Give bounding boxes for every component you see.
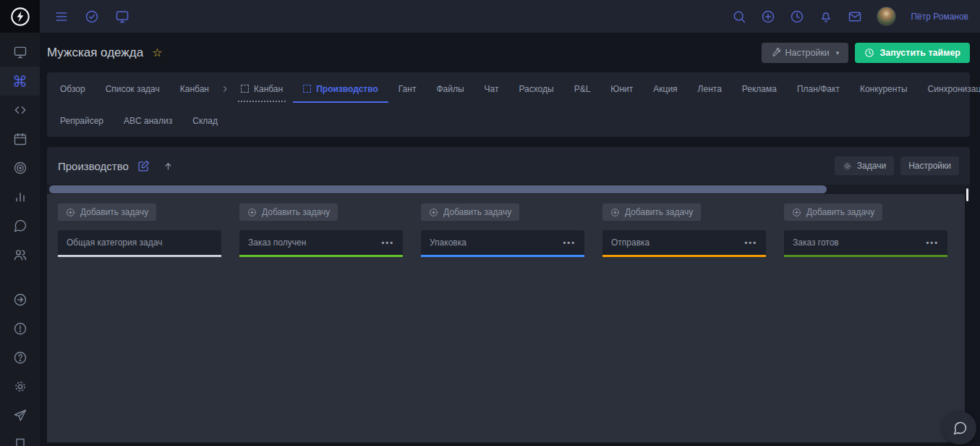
help-circle-icon [13,350,27,365]
board-settings-button[interactable]: Настройки [900,156,959,175]
tab-abc-анализ[interactable]: ABC анализ [114,105,182,137]
tab-label: Канбан [180,84,209,94]
project-settings-button[interactable]: Настройки ▾ [762,43,849,63]
column-name: Заказ получен [248,237,306,248]
plus-circle-icon [247,208,257,217]
tab-гант[interactable]: Гант [388,72,427,105]
tab-label: P&L [574,84,591,94]
tab-label: ABC анализ [124,116,172,126]
app-logo[interactable] [0,0,40,33]
tab-канбан[interactable]: Канбан [170,72,219,105]
tab-файлы[interactable]: Файлы [426,72,474,105]
section-title: Производство [58,160,129,172]
dashed-square-icon [241,85,249,93]
tab-план-факт[interactable]: План/Факт [787,72,850,105]
vertical-scrollbar-thumb[interactable] [966,188,968,201]
search-icon[interactable] [732,9,746,24]
tab-обзор[interactable]: Обзор [50,72,95,105]
tab-label: Файлы [436,84,464,94]
tab-акция[interactable]: Акция [643,72,687,105]
tab-склад[interactable]: Склад [182,105,228,137]
tab-label: Список задач [106,84,160,94]
sidebar-item-send[interactable] [0,401,40,430]
tab-чат[interactable]: Чат [474,72,509,105]
horizontal-scrollbar-thumb[interactable] [49,185,827,193]
check-circle-icon[interactable] [85,9,99,24]
column-menu-icon[interactable]: ••• [926,239,939,247]
column-menu-icon[interactable]: ••• [744,239,757,247]
add-task-button[interactable]: Добавить задачу [58,203,156,221]
tab-label: Гант [399,84,417,94]
sidebar-item-code[interactable] [0,96,40,125]
tab-label: Расходы [519,84,553,94]
tab-p&l[interactable]: P&L [564,72,601,105]
column-header[interactable]: Упаковка••• [421,230,584,257]
column-menu-icon[interactable]: ••• [563,239,576,247]
sidebar-item-target[interactable] [0,153,40,182]
lightning-logo-icon [10,7,30,27]
plus-circle-icon [66,208,75,217]
tab-label: Синхронизация [928,84,980,94]
tasks-button[interactable]: Задачи [835,156,894,175]
sidebar-item-monitor[interactable] [0,38,40,67]
column-header[interactable]: Заказ получен••• [239,230,403,257]
kanban-board: Добавить задачуОбщая категория задачДоба… [47,194,965,442]
kanban-column: Добавить задачуЗаказ готов••• [784,203,947,257]
send-icon [13,408,27,423]
tab-label: Реклама [742,84,777,94]
tab-label: Юнит [610,84,633,94]
collapse-section-icon[interactable] [163,161,174,172]
sidebar-item-chat[interactable] [0,211,40,240]
tab-реклама[interactable]: Реклама [732,72,787,105]
clock-icon[interactable] [790,9,804,24]
sidebar-item-bookmark[interactable] [0,430,40,446]
user-avatar[interactable] [877,7,896,26]
sidebar-item-stats[interactable] [0,182,40,211]
mail-icon[interactable] [848,9,862,24]
kanban-column: Добавить задачуУпаковка••• [421,203,584,257]
tab-лента[interactable]: Лента [688,72,732,105]
sidebar-item-command[interactable]: ⌘ [0,67,40,96]
tab-синхронизация[interactable]: Синхронизация [918,72,980,105]
favorite-star-icon[interactable]: ☆ [152,46,162,59]
gear-icon [13,379,27,394]
edit-section-icon[interactable] [137,160,150,172]
tab-юнит[interactable]: Юнит [600,72,643,105]
tab-конкуренты[interactable]: Конкуренты [850,72,918,105]
tab-label: Акция [653,84,677,94]
sidebar-item-settings[interactable] [0,372,40,401]
monitor-icon [13,45,27,59]
sidebar-item-users[interactable] [0,240,40,269]
tab-репрайсер[interactable]: Репрайсер [50,105,114,137]
tab-канбан[interactable]: Канбан [231,72,293,105]
plus-circle-icon[interactable] [761,9,775,24]
menu-icon[interactable] [54,9,69,24]
add-task-button[interactable]: Добавить задачу [239,203,338,221]
support-chat-button[interactable] [943,411,976,445]
column-header[interactable]: Общая категория задач [58,230,221,257]
command-icon: ⌘ [12,74,27,89]
add-task-button[interactable]: Добавить задачу [602,203,701,221]
start-timer-button[interactable]: Запустить таймер [855,43,970,63]
column-menu-icon[interactable]: ••• [381,239,394,247]
tab-расходы[interactable]: Расходы [508,72,563,105]
target-icon [13,161,27,175]
add-task-button[interactable]: Добавить задачу [784,203,882,221]
sidebar-item-go[interactable] [0,285,40,314]
user-name[interactable]: Пётр Романов [911,12,968,22]
bell-icon[interactable] [819,9,833,24]
sidebar-item-alerts[interactable] [0,314,40,343]
add-task-button[interactable]: Добавить задачу [421,203,519,221]
code-icon [13,103,27,117]
horizontal-scrollbar[interactable] [47,185,970,194]
sidebar-item-calendar[interactable] [0,125,40,153]
column-header[interactable]: Отправка••• [602,230,766,257]
tab-label: Канбан [254,84,283,94]
sidebar: ⌘ [0,33,40,446]
gear-icon [843,161,852,171]
tab-производство[interactable]: Производство [293,72,388,105]
column-header[interactable]: Заказ готов••• [784,230,947,257]
monitor-icon[interactable] [115,9,129,24]
sidebar-item-help[interactable] [0,343,40,372]
tab-список-задач[interactable]: Список задач [95,72,170,105]
